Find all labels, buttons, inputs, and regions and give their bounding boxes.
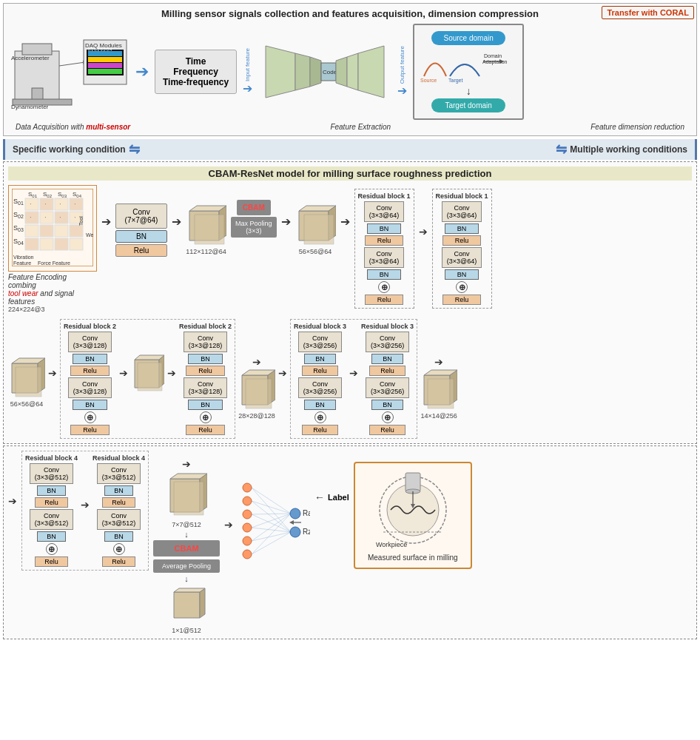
residual-block-3-pair: Residual block 3 Conv (3×3@256) BN Relu … [290, 319, 417, 439]
target-domain-box: Target domain [431, 98, 505, 112]
middle-row-2: 56×56@64 ➔ Residual block 2 Conv (3×3@12… [8, 319, 692, 439]
rb4a-add: ⊕ [46, 543, 58, 555]
arrow-3: Output feature ➔ [397, 46, 407, 98]
rb2a-conv1: Conv (3×3@128) [68, 332, 112, 352]
cube-28 [238, 368, 275, 412]
svg-text:domain: domain [448, 83, 465, 84]
rb2a-bn2: BN [73, 400, 107, 410]
svg-rect-12 [88, 63, 122, 68]
arrow-to-7x7: ➔ [182, 458, 191, 470]
svg-marker-99 [200, 588, 205, 618]
svg-marker-22 [358, 46, 384, 98]
rb2a-relu2: Relu [70, 425, 110, 435]
fmap-56b-input: 56×56@64 [8, 356, 45, 408]
residual-block-1-pair: Residual block 1 Conv (3×3@64) BN Relu C… [354, 189, 492, 309]
feature-extraction-label: Feature Extraction [330, 123, 391, 131]
svg-point-120 [290, 527, 300, 537]
svg-text:Domain: Domain [484, 53, 502, 58]
rb2b: Residual block 2 Conv (3×3@128) BN Relu … [179, 323, 232, 435]
cbam-bottom-block: CBAM [153, 540, 220, 556]
cbam-pool-block: CBAM [237, 200, 271, 215]
cube-mid-rb2 [131, 352, 164, 393]
rb3b-add: ⊕ [382, 411, 394, 423]
rb3a-title: Residual block 3 [294, 323, 346, 330]
svg-rect-49 [25, 225, 38, 237]
svg-line-116 [252, 528, 291, 532]
rb2b-conv1: Conv (3×3@128) [184, 332, 227, 352]
domain-curves: Domain Adaptation Source domain Target d… [420, 47, 516, 84]
svg-text:Force Feature: Force Feature [38, 260, 70, 266]
svg-marker-77 [304, 215, 334, 244]
rb1a: Residual block 1 Conv (3×3@64) BN Relu C… [354, 189, 414, 309]
rb4b: Residual block 4 Conv (3×3@512) BN Relu … [92, 454, 145, 567]
svg-marker-93 [428, 379, 454, 408]
coral-box: Source domain Domain Adaptation Source d… [413, 24, 524, 120]
rb2a: Residual block 2 Conv (3×3@128) BN Relu … [64, 323, 116, 435]
arrow-bs-in: ➔ [8, 495, 17, 507]
rb2a-add: ⊕ [84, 411, 96, 423]
rb2b-conv2: Conv (3×3@128) [184, 377, 227, 398]
rb1b-add: ⊕ [456, 281, 468, 293]
arrow-m4: ➔ [340, 215, 350, 229]
rb1b-relu1: Relu [442, 235, 482, 246]
rb3b-relu2: Relu [369, 425, 405, 435]
svg-line-115 [252, 514, 291, 532]
workpiece-svg: Workpiece [361, 469, 465, 551]
svg-marker-97 [174, 482, 203, 515]
feature-extraction-box: Time Frequency Time-frequency [155, 50, 237, 94]
svg-point-119 [290, 508, 300, 519]
svg-text:·: · [44, 213, 47, 221]
rb4b-bn1: BN [104, 485, 133, 496]
arrow-to-28: ➔ [252, 356, 261, 368]
data-acq-label: Data Acquisition with multi-sensor [16, 123, 130, 131]
rb4a-relu2: Relu [35, 556, 68, 567]
rb1b-bn1: BN [445, 223, 479, 234]
rb3b-conv1: Conv (3×3@256) [366, 332, 409, 352]
svg-marker-17 [310, 57, 321, 87]
svg-text:Adaptation: Adaptation [482, 59, 508, 65]
machine-diagram: Accelerometer Dynamometer DAQ Modules 0.… [11, 29, 129, 115]
svg-rect-56 [70, 238, 83, 250]
rb2b-relu2: Relu [186, 425, 225, 435]
svg-line-109 [252, 514, 291, 514]
svg-marker-85 [138, 363, 162, 391]
rb2b-add: ⊕ [200, 411, 212, 423]
svg-marker-15 [266, 46, 295, 98]
dim-28-label: 28×28@128 [238, 412, 275, 420]
rb2b-bn1: BN [188, 354, 223, 364]
arrow-m3: ➔ [281, 215, 291, 229]
svg-text:·: · [59, 213, 61, 221]
rb2a-relu1: Relu [70, 366, 110, 376]
svg-line-117 [252, 532, 291, 541]
cube-svg-56a [295, 200, 336, 248]
source-domain-box: Source domain [431, 31, 505, 45]
svg-rect-13 [88, 69, 122, 74]
rb4b-conv2: Conv (3×3@512) [97, 509, 141, 530]
machine-svg: Accelerometer Dynamometer DAQ Modules 0.… [11, 29, 129, 114]
rb3a-conv2: Conv (3×3@256) [298, 377, 342, 398]
top-section: Milling sensor signals collection and fe… [3, 3, 697, 136]
svg-rect-44 [70, 198, 83, 210]
conv7x7-group: Conv (7×7@64) BN Relu [115, 204, 167, 257]
ae-svg: Code Encoder Decoder [258, 42, 391, 101]
specific-condition: Specific working condition ⇋ [13, 141, 140, 158]
svg-text:Vibration: Vibration [13, 255, 34, 260]
svg-rect-51 [55, 225, 68, 237]
rb3b-bn2: BN [371, 400, 403, 410]
svg-line-6 [59, 62, 85, 66]
autoencoder-diagram: Code Encoder Decoder [258, 42, 391, 101]
multiple-conditions: ⇋ Multiple working conditions [556, 141, 687, 158]
rb3b-title: Residual block 3 [361, 323, 414, 330]
svg-text:·: · [74, 200, 76, 208]
rb1a-conv2: Conv (3×3@64) [364, 247, 404, 268]
rb2b-title: Residual block 2 [179, 323, 232, 330]
svg-rect-55 [55, 238, 68, 250]
svg-rect-54 [40, 238, 53, 250]
rb1a-relu1: Relu [365, 235, 404, 246]
arrow-cbam: CBAM Max Pooling (3×3) [231, 200, 277, 238]
rb1a-bn2: BN [367, 269, 402, 280]
arrow-to-label: ← [314, 491, 325, 503]
rb1b: Residual block 1 Conv (3×3@64) BN Relu C… [432, 189, 492, 309]
fmap-14-section: ➔ 14×14@256 [420, 356, 457, 420]
svg-point-104 [243, 523, 252, 532]
